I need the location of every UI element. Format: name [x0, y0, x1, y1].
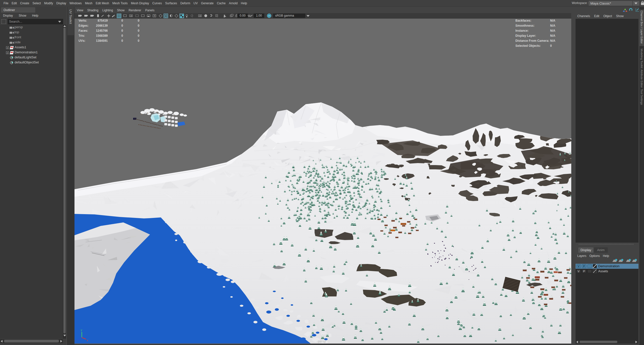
- svg-text:x: x: [87, 339, 88, 342]
- svg-text:z: z: [75, 339, 77, 342]
- svg-text:y: y: [81, 328, 82, 331]
